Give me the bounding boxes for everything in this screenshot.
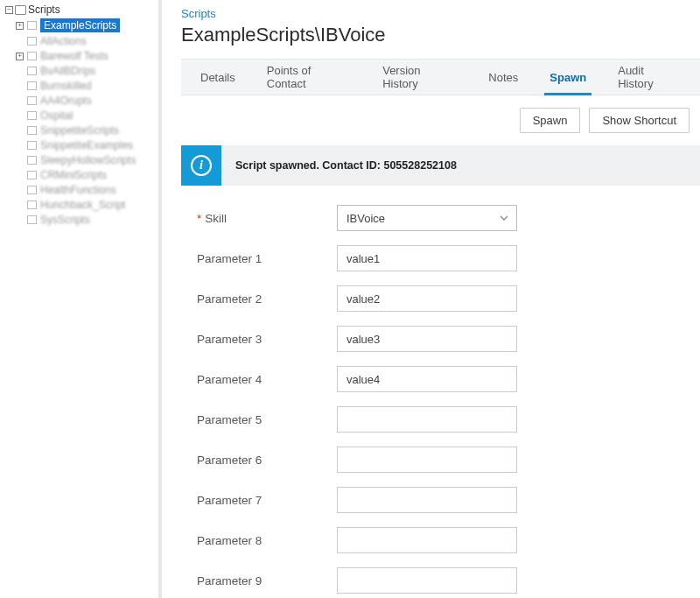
tabbar: DetailsPoints of ContactVersion HistoryN… xyxy=(181,59,700,95)
sidebar-item-label: Barewolf Tests xyxy=(40,50,108,62)
param-label: Parameter 3 xyxy=(188,333,337,346)
sidebar-item-label: ExampleScripts xyxy=(40,18,120,32)
param-input-2[interactable] xyxy=(337,285,517,312)
param-row-5: Parameter 5 xyxy=(188,406,690,433)
sidebar-item-label: Hunchback_Script xyxy=(40,199,125,211)
tab-version-history[interactable]: Version History xyxy=(368,60,471,95)
item-icon xyxy=(27,52,37,60)
param-input-4[interactable] xyxy=(337,366,517,392)
chevron-down-icon xyxy=(500,215,508,221)
sidebar-item-4[interactable]: Burnskilled xyxy=(14,79,158,93)
param-row-8: Parameter 8 xyxy=(188,527,690,553)
item-icon xyxy=(27,201,37,209)
sidebar-item-7[interactable]: SnippetiteScripts xyxy=(14,123,158,137)
tree-root-label: Scripts xyxy=(28,4,60,16)
param-row-3: Parameter 3 xyxy=(188,326,690,352)
collapse-icon[interactable]: − xyxy=(5,6,13,14)
sidebar-item-13[interactable]: SysScripts xyxy=(14,213,158,227)
sidebar-item-label: BvAllBDrips xyxy=(40,65,95,77)
expand-icon[interactable]: + xyxy=(16,53,24,60)
sidebar-item-0[interactable]: +ExampleScripts xyxy=(14,18,158,33)
main-content: Scripts ExampleScripts\IBVoice DetailsPo… xyxy=(162,0,700,598)
info-banner: Script spawned. Contact ID: 505528252108 xyxy=(181,145,700,186)
sidebar-item-10[interactable]: CRMiniScripts xyxy=(14,168,158,182)
tab-spawn[interactable]: Spawn xyxy=(536,60,600,95)
param-row-9: Parameter 9 xyxy=(188,567,690,594)
item-icon xyxy=(27,67,37,75)
tab-notes[interactable]: Notes xyxy=(474,60,532,95)
sidebar-item-label: Ospital xyxy=(40,109,73,122)
sidebar-item-12[interactable]: Hunchback_Script xyxy=(14,198,158,212)
sidebar-item-label: HealthFunctions xyxy=(40,184,116,196)
folder-icon xyxy=(15,5,26,15)
sidebar-item-1[interactable]: AllActions xyxy=(14,34,158,48)
tab-details[interactable]: Details xyxy=(186,60,249,95)
param-row-1: Parameter 1 xyxy=(188,245,690,271)
sidebar-item-9[interactable]: SleepyHollowScripts xyxy=(14,153,158,167)
param-row-2: Parameter 2 xyxy=(188,285,690,312)
sidebar-item-3[interactable]: BvAllBDrips xyxy=(14,64,158,78)
param-input-3[interactable] xyxy=(337,326,517,352)
show-shortcut-button[interactable]: Show Shortcut xyxy=(589,108,690,133)
param-row-4: Parameter 4 xyxy=(188,366,690,392)
page-title: ExampleScripts\IBVoice xyxy=(181,24,700,46)
sidebar-item-6[interactable]: Ospital xyxy=(14,109,158,123)
item-icon xyxy=(27,126,37,135)
param-label: Parameter 2 xyxy=(188,292,337,306)
sidebar-item-label: CRMiniScripts xyxy=(40,169,107,181)
param-row-7: Parameter 7 xyxy=(188,487,690,513)
sidebar-item-label: Burnskilled xyxy=(40,80,92,92)
spawn-button[interactable]: Spawn xyxy=(520,108,581,133)
sidebar-item-11[interactable]: HealthFunctions xyxy=(14,183,158,197)
item-icon xyxy=(27,81,37,90)
sidebar-item-5[interactable]: AA4Orupts xyxy=(14,94,158,108)
param-input-6[interactable] xyxy=(337,447,517,473)
param-input-8[interactable] xyxy=(337,527,517,553)
skill-select[interactable]: IBVoice xyxy=(337,205,517,231)
param-label: Parameter 7 xyxy=(188,494,337,507)
param-label: Parameter 9 xyxy=(188,574,337,587)
sidebar-item-label: SysScripts xyxy=(40,214,90,226)
item-icon xyxy=(27,186,37,194)
param-input-7[interactable] xyxy=(337,487,517,513)
tab-audit-history[interactable]: Audit History xyxy=(604,60,695,95)
param-label: Parameter 1 xyxy=(188,252,337,265)
sidebar-item-2[interactable]: +Barewolf Tests xyxy=(14,49,158,63)
tree-root-scripts[interactable]: − Scripts xyxy=(5,4,158,16)
action-row: Spawn Show Shortcut xyxy=(181,95,700,145)
sidebar: − Scripts +ExampleScriptsAllActions+Bare… xyxy=(0,0,162,598)
param-label: Parameter 8 xyxy=(188,534,337,547)
required-asterisk: * xyxy=(197,212,201,225)
sidebar-item-label: SnippetiteScripts xyxy=(40,124,119,137)
param-row-6: Parameter 6 xyxy=(188,447,690,473)
skill-select-value: IBVoice xyxy=(346,212,385,225)
item-icon xyxy=(27,96,37,105)
param-input-5[interactable] xyxy=(337,406,517,433)
item-icon xyxy=(27,111,37,120)
info-icon-wrap xyxy=(181,145,221,186)
item-icon xyxy=(27,156,37,165)
expand-icon[interactable]: + xyxy=(16,22,24,30)
skill-label: *Skill xyxy=(188,212,337,225)
info-icon xyxy=(191,155,212,176)
param-label: Parameter 4 xyxy=(188,373,337,386)
param-input-9[interactable] xyxy=(337,567,517,594)
param-label: Parameter 6 xyxy=(188,454,337,467)
item-icon xyxy=(27,215,37,224)
item-icon xyxy=(27,141,37,150)
item-icon xyxy=(27,171,37,179)
skill-row: *Skill IBVoice xyxy=(188,205,690,231)
sidebar-item-label: AllActions xyxy=(40,35,87,47)
param-label: Parameter 5 xyxy=(188,413,337,426)
banner-text: Script spawned. Contact ID: 505528252108 xyxy=(221,159,457,172)
item-icon xyxy=(27,37,37,46)
param-input-1[interactable] xyxy=(337,245,517,271)
sidebar-item-label: AA4Orupts xyxy=(40,95,92,107)
item-icon xyxy=(27,21,37,30)
tab-points-of-contact[interactable]: Points of Contact xyxy=(253,60,365,95)
sidebar-item-label: SnippetiteExamples xyxy=(40,139,133,151)
spawn-form: *Skill IBVoice Parameter 1Parameter 2Par… xyxy=(181,205,700,598)
breadcrumb[interactable]: Scripts xyxy=(181,7,700,20)
sidebar-item-label: SleepyHollowScripts xyxy=(40,154,136,166)
sidebar-item-8[interactable]: SnippetiteExamples xyxy=(14,138,158,152)
